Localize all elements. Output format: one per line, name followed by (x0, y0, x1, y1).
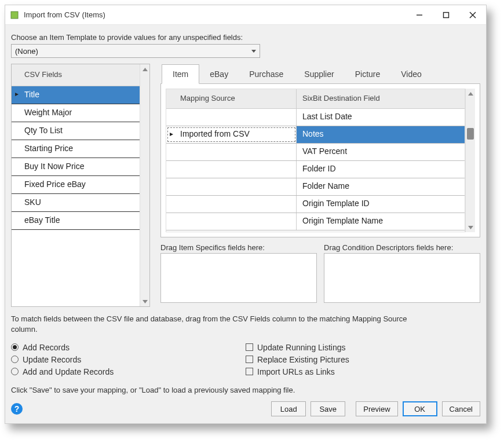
mapping-dest-cell: Origin Template Name (297, 213, 465, 230)
mapping-row[interactable]: Folder Name (166, 178, 465, 196)
mapping-row[interactable]: Origin Template ID (166, 196, 465, 213)
csv-field-label: eBay Title (24, 215, 60, 225)
radio-add-records[interactable]: Add Records (11, 341, 246, 353)
tab-video[interactable]: Video (390, 65, 432, 83)
mapping-grid: Mapping Source SixBit Destination Field … (166, 89, 465, 232)
mapping-source-cell[interactable] (166, 213, 297, 230)
load-button[interactable]: Load (271, 401, 306, 416)
ok-button[interactable]: OK (403, 401, 437, 416)
csv-field-label: SKU (24, 197, 41, 207)
csv-field-row[interactable]: eBay Title (12, 212, 140, 230)
svg-rect-2 (444, 12, 449, 17)
mapping-panel: Mapping Source SixBit Destination Field … (160, 83, 480, 237)
mapping-source-cell[interactable] (166, 161, 297, 178)
csv-fields-header: CSV Fields (12, 64, 140, 86)
checkbox-import-urls[interactable]: Import URLs as Links (246, 365, 480, 378)
scroll-down-icon[interactable] (466, 222, 475, 232)
csv-field-row[interactable]: SKU (12, 194, 140, 212)
csv-field-row[interactable]: Weight Major (12, 104, 140, 122)
mapping-source-cell[interactable] (166, 144, 297, 160)
checkbox-replace-pictures[interactable]: Replace Existing Pictures (246, 353, 480, 365)
radio-update-records[interactable]: Update Records (11, 353, 246, 365)
window-title: Import from CSV (Items) (24, 10, 406, 19)
csv-fields-panel: CSV Fields Title Weight Major Qty To Lis… (11, 64, 150, 307)
radio-icon (11, 356, 19, 363)
mapping-row[interactable]: VAT Percent (166, 144, 465, 161)
csv-field-row[interactable]: Starting Price (12, 140, 140, 158)
csv-field-row[interactable]: Fixed Price eBay (12, 176, 140, 194)
scroll-up-icon[interactable] (466, 89, 475, 98)
tab-item[interactable]: Item (162, 64, 199, 84)
tab-ebay[interactable]: eBay (199, 65, 239, 83)
save-load-hint: Click "Save" to save your mapping, or "L… (11, 386, 480, 394)
radio-icon (11, 343, 19, 351)
chevron-down-icon (251, 50, 256, 53)
template-prompt: Choose an Item Template to provide value… (11, 33, 480, 42)
mapping-source-cell[interactable]: Imported from CSV (166, 126, 297, 143)
csv-field-label: Qty To List (24, 126, 63, 135)
mapping-source-header: Mapping Source (166, 89, 297, 108)
checkbox-icon (246, 343, 253, 351)
mapping-row[interactable]: Origin Template Name (166, 213, 465, 230)
mapping-grid-scrollbar[interactable] (465, 89, 475, 232)
checkbox-update-running[interactable]: Update Running Listings (246, 341, 480, 353)
help-icon[interactable]: ? (11, 403, 23, 415)
tab-supplier[interactable]: Supplier (294, 65, 344, 83)
mapping-row[interactable]: Imported from CSV Notes (166, 126, 465, 144)
titlebar: Import from CSV (Items) (5, 5, 486, 25)
svg-marker-6 (143, 300, 148, 303)
csv-fields-scrollbar[interactable] (140, 64, 149, 306)
close-button[interactable] (459, 6, 486, 24)
maximize-button[interactable] (433, 6, 459, 24)
checkbox-label: Update Running Listings (257, 343, 346, 352)
instructions-text: To match fields between the CSV file and… (11, 314, 428, 334)
drag-specifics-label: Drag Item Specifics fields here: (160, 243, 317, 252)
mapping-dest-cell: Origin Template ID (297, 196, 465, 213)
checkbox-label: Replace Existing Pictures (257, 355, 349, 364)
mapping-source-cell[interactable] (166, 109, 297, 126)
mapping-source-cell[interactable] (166, 196, 297, 213)
cancel-button[interactable]: Cancel (442, 401, 480, 416)
template-select[interactable]: (None) (11, 44, 260, 58)
radio-label: Update Records (23, 355, 81, 364)
tab-strip: Item eBay Purchase Supplier Picture Vide… (160, 64, 480, 83)
radio-add-update-records[interactable]: Add and Update Records (11, 365, 246, 378)
mapping-dest-cell: Last List Date (297, 109, 465, 126)
csv-field-row[interactable]: Qty To List (12, 122, 140, 140)
app-icon (10, 10, 19, 20)
preview-button[interactable]: Preview (356, 401, 397, 416)
tab-purchase[interactable]: Purchase (239, 65, 294, 83)
mapping-dest-cell: Folder Name (297, 178, 465, 195)
radio-label: Add Records (23, 343, 70, 352)
checkbox-icon (246, 368, 253, 375)
drag-specifics-zone[interactable] (160, 253, 317, 303)
template-selected-value: (None) (15, 47, 38, 56)
csv-field-label: Fixed Price eBay (24, 180, 86, 189)
mapping-dest-cell: Notes (297, 126, 465, 143)
csv-field-label: Starting Price (24, 144, 73, 153)
checkbox-icon (246, 356, 253, 363)
csv-field-row[interactable]: Buy It Now Price (12, 158, 140, 176)
mapping-row[interactable]: Last List Date (166, 109, 465, 126)
scroll-up-icon[interactable] (140, 64, 149, 74)
scroll-down-icon[interactable] (140, 296, 149, 306)
svg-rect-0 (11, 12, 18, 19)
radio-label: Add and Update Records (23, 367, 114, 376)
drag-condition-zone[interactable] (324, 253, 480, 303)
csv-field-label: Title (24, 90, 39, 99)
drag-condition-label: Drag Condition Descriptors fields here: (324, 243, 480, 252)
save-button[interactable]: Save (311, 401, 345, 416)
svg-marker-8 (468, 226, 473, 229)
tab-picture[interactable]: Picture (345, 65, 391, 83)
minimize-button[interactable] (406, 6, 433, 24)
svg-marker-5 (143, 68, 148, 71)
checkbox-label: Import URLs as Links (257, 367, 335, 376)
csv-field-row[interactable]: Title (12, 86, 140, 104)
svg-marker-7 (468, 92, 473, 96)
radio-icon (11, 368, 19, 375)
import-csv-window: Import from CSV (Items) Choose an Item T… (5, 5, 487, 424)
scrollbar-thumb[interactable] (467, 128, 474, 140)
mapping-row[interactable]: Folder ID (166, 161, 465, 178)
csv-field-label: Buy It Now Price (24, 162, 84, 171)
mapping-source-cell[interactable] (166, 178, 297, 195)
